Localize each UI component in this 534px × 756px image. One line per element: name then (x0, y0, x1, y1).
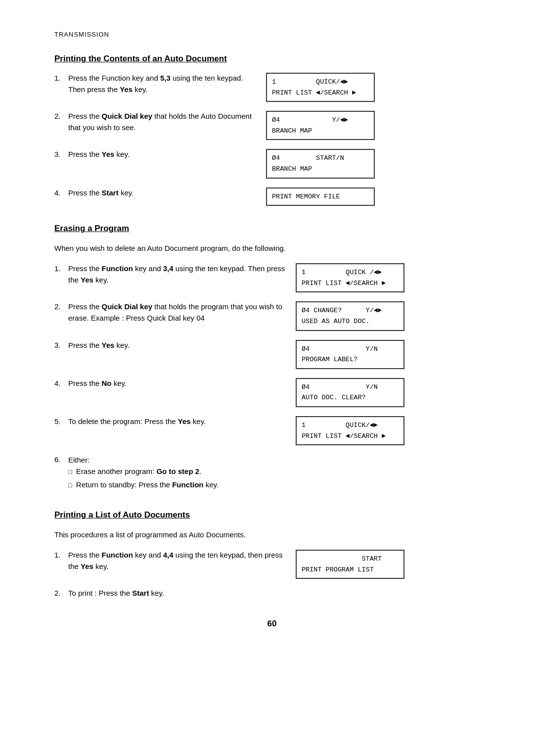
erase-step3: 3. Press the Yes key. Ø4 Y/N PROGRAM LAB… (54, 340, 490, 369)
section3-title: Printing a List of Auto Documents (54, 510, 490, 520)
section1-step1: 1. Press the Function key and 5,3 using … (54, 73, 490, 102)
either-label: Either: (68, 454, 219, 466)
step2-text: Press the Quick Dial key that holds the … (68, 111, 266, 133)
section2-intro: When you wish to delete an Auto Document… (54, 242, 490, 254)
step4-lcd: PRINT MEMORY FILE (266, 188, 375, 206)
step-number: 2. (54, 111, 68, 122)
sub-item-1-text: Erase another program: Go to step 2. (76, 466, 201, 477)
erase-step1-lcd: 1 QUICK /◄► PRINT LIST ◄/SEARCH ► (296, 263, 404, 292)
list-step1-text: Press the Function key and 4,4 using the… (68, 550, 296, 572)
step-number: 2. (54, 301, 68, 313)
step-number: 1. (54, 263, 68, 275)
list-step1: 1. Press the Function key and 4,4 using … (54, 550, 490, 579)
section-header: TRANSMISSION (54, 30, 490, 38)
step-number: 1. (54, 550, 68, 561)
list-step2-text: To print : Press the Start key. (68, 588, 164, 599)
step-number: 2. (54, 588, 68, 599)
checkbox-icon-1: □ (68, 467, 72, 477)
erase-step6: 6. Either: □ Erase another program: Go t… (54, 454, 490, 492)
step3-lcd: Ø4 START/N BRANCH MAP (266, 149, 375, 178)
erase-step4-lcd: Ø4 Y/N AUTO DOC. CLEAR? (296, 378, 404, 407)
erase-step5-lcd: 1 QUICK/◄► PRINT LIST ◄/SEARCH ► (296, 416, 404, 445)
erase-step1: 1. Press the Function key and 3,4 using … (54, 263, 490, 292)
erase-step4-text: Press the No key. (68, 378, 296, 389)
step1-text: Press the Function key and 5,3 using the… (68, 73, 266, 95)
header-label: TRANSMISSION (54, 31, 109, 38)
step-number: 3. (54, 149, 68, 160)
step-number: 4. (54, 188, 68, 199)
checkbox-icon-2: □ (68, 480, 72, 490)
section1-step2: 2. Press the Quick Dial key that holds t… (54, 111, 490, 140)
section1-step4: 4. Press the Start key. PRINT MEMORY FIL… (54, 188, 490, 206)
section-erasing: Erasing a Program When you wish to delet… (54, 224, 490, 492)
erase-step6-content: Either: □ Erase another program: Go to s… (68, 454, 219, 492)
erase-step3-text: Press the Yes key. (68, 340, 296, 351)
step-number: 6. (54, 454, 68, 466)
section1-step3: 3. Press the Yes key. Ø4 START/N BRANCH … (54, 149, 490, 178)
step2-lcd: Ø4 Y/◄► BRANCH MAP (266, 111, 375, 140)
sub-item-1: □ Erase another program: Go to step 2. (68, 466, 219, 477)
erase-step5-text: To delete the program: Press the Yes key… (68, 416, 296, 427)
step4-text: Press the Start key. (68, 188, 266, 199)
erase-step1-text: Press the Function key and 3,4 using the… (68, 263, 296, 285)
section-printing-list: Printing a List of Auto Documents This p… (54, 510, 490, 599)
section1-title: Printing the Contents of an Auto Documen… (54, 54, 490, 64)
step1-lcd: 1 QUICK/◄► PRINT LIST ◄/SEARCH ► (266, 73, 375, 102)
step-number: 1. (54, 73, 68, 84)
sub-item-2-text: Return to standby: Press the Function ke… (76, 479, 219, 491)
section2-title: Erasing a Program (54, 224, 490, 234)
step-number: 3. (54, 340, 68, 351)
step3-text: Press the Yes key. (68, 149, 266, 160)
sub-item-2: □ Return to standby: Press the Function … (68, 479, 219, 491)
step-number: 5. (54, 416, 68, 427)
list-step1-lcd: START PRINT PROGRAM LIST (296, 550, 404, 579)
list-step2: 2. To print : Press the Start key. (54, 588, 490, 599)
erase-step2: 2. Press the Quick Dial key that holds t… (54, 301, 490, 331)
erase-step3-lcd: Ø4 Y/N PROGRAM LABEL? (296, 340, 404, 369)
erase-step4: 4. Press the No key. Ø4 Y/N AUTO DOC. CL… (54, 378, 490, 407)
erase-step2-lcd: Ø4 CHANGE? Y/◄► USED AS AUTO DOC. (296, 301, 404, 331)
page-number: 60 (54, 619, 490, 629)
erase-step5: 5. To delete the program: Press the Yes … (54, 416, 490, 445)
section3-intro: This procedures a list of programmed as … (54, 529, 490, 541)
section-printing-contents: Printing the Contents of an Auto Documen… (54, 54, 490, 206)
erase-step2-text: Press the Quick Dial key that holds the … (68, 301, 296, 324)
step-number: 4. (54, 378, 68, 389)
